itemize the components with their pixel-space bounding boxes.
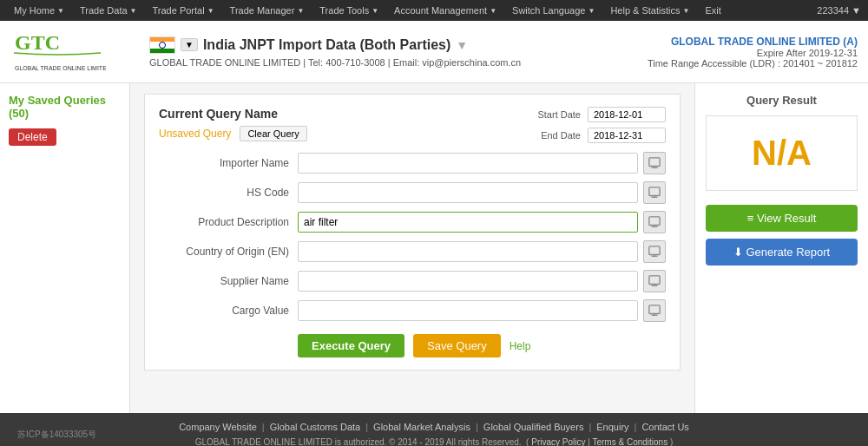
product-description-icon-button[interactable] (643, 211, 666, 233)
nav-trade-tools[interactable]: Trade Tools ▼ (312, 0, 385, 21)
query-panel: Current Query Name Unsaved Query Clear Q… (144, 94, 681, 371)
india-flag (149, 36, 175, 54)
trade-data-arrow: ▼ (130, 7, 137, 15)
product-description-input[interactable] (298, 212, 638, 233)
start-date-label: Start Date (537, 109, 581, 120)
page-header: GTC GLOBAL TRADE ONLINE LIMITED ▼ India … (0, 21, 868, 83)
supplier-name-row: Supplier Name (159, 270, 666, 292)
company-logo: GTC GLOBAL TRADE ONLINE LIMITED (10, 30, 106, 74)
nav-trade-data[interactable]: Trade Data ▼ (73, 0, 144, 21)
ldr-range: Time Range Accessible (LDR) : 201401 ~ 2… (648, 58, 858, 69)
svg-rect-17 (649, 305, 660, 314)
svg-text:GLOBAL TRADE ONLINE LIMITED: GLOBAL TRADE ONLINE LIMITED (15, 65, 106, 71)
footer-copyright: GLOBAL TRADE ONLINE LIMITED is authorize… (122, 437, 746, 446)
footer-enquiry[interactable]: Enquiry (596, 422, 628, 432)
footer-links: Company Website | Global Customs Data | … (122, 422, 746, 432)
trade-manager-arrow: ▼ (297, 7, 304, 15)
svg-rect-2 (649, 158, 660, 167)
cargo-value-label: Cargo Value (159, 305, 298, 317)
nav-items: My Home ▼ Trade Data ▼ Trade Portal ▼ Tr… (7, 0, 817, 21)
hs-code-label: HS Code (159, 187, 298, 199)
hs-code-row: HS Code (159, 181, 666, 204)
right-panel: Query Result N/A ≡ View Result ⬇ Generat… (694, 83, 868, 413)
nav-trade-manager[interactable]: Trade Manager ▼ (223, 0, 312, 21)
my-home-arrow: ▼ (57, 7, 64, 15)
query-dates: Start Date End Date (537, 107, 666, 143)
main-layout: My Saved Queries (50) Delete Current Que… (0, 83, 868, 413)
importer-name-icon-button[interactable] (643, 152, 666, 174)
product-description-label: Product Description (159, 216, 298, 228)
trade-tools-arrow: ▼ (372, 7, 378, 15)
query-result-title: Query Result (706, 94, 858, 107)
svg-text:GTC: GTC (15, 31, 60, 54)
clear-query-button[interactable]: Clear Query (240, 126, 306, 141)
hs-code-input[interactable] (298, 182, 638, 203)
nav-my-home[interactable]: My Home ▼ (7, 0, 71, 21)
view-result-icon: ≡ (747, 212, 757, 225)
nav-account-management[interactable]: Account Management ▼ (387, 0, 503, 21)
nav-trade-portal[interactable]: Trade Portal ▼ (146, 0, 221, 21)
country-of-origin-input[interactable] (298, 241, 638, 262)
svg-rect-11 (649, 246, 660, 255)
supplier-name-label: Supplier Name (159, 275, 298, 287)
cargo-value-input[interactable] (298, 300, 638, 321)
nav-switch-language[interactable]: Switch Language ▼ (505, 0, 602, 21)
country-dropdown-button[interactable]: ▼ (181, 38, 198, 51)
svg-rect-14 (649, 276, 660, 285)
switch-lang-arrow: ▼ (588, 7, 595, 15)
footer-main: Company Website | Global Customs Data | … (122, 422, 746, 446)
footer-terms[interactable]: Terms & Conditions (592, 437, 667, 446)
user-id[interactable]: 223344 ▼ (817, 5, 861, 16)
start-date-input[interactable] (588, 107, 666, 122)
header-middle: ▼ India JNPT Import Data (Both Parties) … (132, 36, 648, 68)
cargo-value-icon-button[interactable] (643, 299, 666, 322)
main-content: Current Query Name Unsaved Query Clear Q… (130, 83, 694, 413)
trade-portal-arrow: ▼ (207, 7, 214, 15)
result-na-box: N/A (706, 115, 858, 191)
icp-area: 苏ICP备14033305号 (17, 429, 122, 441)
supplier-name-icon-button[interactable] (643, 270, 666, 292)
nav-help-statistics[interactable]: Help & Statistics ▼ (603, 0, 696, 21)
header-right: GLOBAL TRADE ONLINE LIMITED (A) Expire A… (648, 36, 858, 69)
logo-area: GTC GLOBAL TRADE ONLINE LIMITED (10, 30, 132, 74)
hs-code-icon-button[interactable] (643, 181, 666, 204)
svg-rect-8 (649, 217, 660, 226)
footer-privacy-policy[interactable]: Privacy Policy (531, 437, 585, 446)
header-subtitle: GLOBAL TRADE ONLINE LIMITED | Tel: 400-7… (149, 57, 648, 68)
save-query-button[interactable]: Save Query (413, 334, 501, 357)
query-header-left: Current Query Name Unsaved Query Clear Q… (159, 107, 537, 141)
end-date-input[interactable] (588, 128, 666, 143)
generate-report-button[interactable]: ⬇ Generate Report (706, 239, 858, 266)
nav-exit[interactable]: Exit (698, 0, 727, 21)
top-navigation: My Home ▼ Trade Data ▼ Trade Portal ▼ Tr… (0, 0, 868, 21)
unsaved-label: Unsaved Query (159, 128, 231, 140)
country-selector: ▼ India JNPT Import Data (Both Parties) … (149, 36, 648, 54)
execute-query-button[interactable]: Execute Query (298, 334, 404, 357)
view-result-button[interactable]: ≡ View Result (706, 205, 858, 232)
footer-contact-us[interactable]: Contact Us (641, 422, 688, 432)
form-fields: Importer Name HS Code Product Desc (159, 152, 666, 322)
account-mgmt-arrow: ▼ (490, 7, 496, 15)
start-date-row: Start Date (537, 107, 666, 122)
footer-global-buyers[interactable]: Global Qualified Buyers (483, 422, 584, 432)
product-description-row: Product Description (159, 211, 666, 233)
footer-company-website[interactable]: Company Website (179, 422, 257, 432)
saved-queries-title: My Saved Queries (50) (9, 94, 121, 120)
help-link[interactable]: Help (510, 340, 531, 352)
country-of-origin-icon-button[interactable] (643, 240, 666, 263)
expire-date: Expire After 2019-12-31 (648, 48, 858, 58)
country-of-origin-label: Country of Origin (EN) (159, 246, 298, 258)
current-query-name-label: Current Query Name (159, 107, 537, 121)
footer-global-customs[interactable]: Global Customs Data (270, 422, 361, 432)
footer-inner: 苏ICP备14033305号 Company Website | Global … (17, 422, 851, 446)
generate-report-icon: ⬇ (733, 246, 746, 259)
unsaved-query-row: Unsaved Query Clear Query (159, 126, 537, 141)
end-date-label: End Date (541, 130, 581, 141)
page-title: India JNPT Import Data (Both Parties) (203, 37, 450, 53)
footer-global-market[interactable]: Global Market Analysis (373, 422, 470, 432)
delete-button[interactable]: Delete (9, 128, 56, 146)
supplier-name-input[interactable] (298, 271, 638, 292)
importer-name-label: Importer Name (159, 157, 298, 169)
country-of-origin-row: Country of Origin (EN) (159, 240, 666, 263)
importer-name-input[interactable] (298, 153, 638, 174)
